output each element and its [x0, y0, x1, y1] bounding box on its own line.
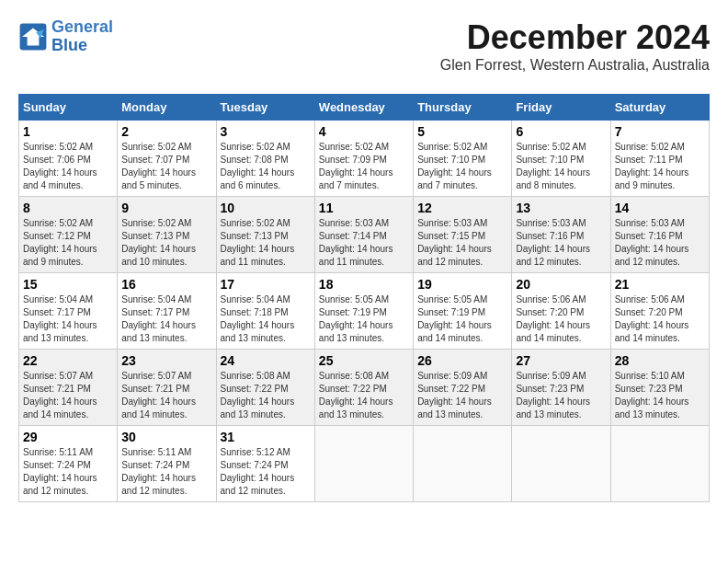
- location-title: Glen Forrest, Western Australia, Austral…: [440, 57, 710, 74]
- day-info: Sunrise: 5:02 AM Sunset: 7:08 PM Dayligh…: [221, 141, 311, 192]
- day-number: 19: [417, 277, 507, 292]
- day-info: Sunrise: 5:11 AM Sunset: 7:24 PM Dayligh…: [23, 446, 113, 498]
- day-info: Sunrise: 5:05 AM Sunset: 7:19 PM Dayligh…: [319, 293, 409, 345]
- day-info: Sunrise: 5:12 AM Sunset: 7:24 PM Dayligh…: [221, 446, 311, 498]
- day-number: 23: [121, 353, 211, 368]
- calendar-cell: 21 Sunrise: 5:06 AM Sunset: 7:20 PM Dayl…: [610, 273, 709, 350]
- calendar-cell: 5 Sunrise: 5:02 AM Sunset: 7:10 PM Dayli…: [414, 121, 512, 197]
- calendar-cell: 26 Sunrise: 5:09 AM Sunset: 7:22 PM Dayl…: [414, 350, 512, 426]
- day-number: 26: [417, 353, 507, 368]
- day-info: Sunrise: 5:07 AM Sunset: 7:21 PM Dayligh…: [121, 370, 211, 421]
- day-number: 7: [615, 124, 705, 139]
- weekday-header-sunday: Sunday: [19, 95, 118, 121]
- weekday-header-tuesday: Tuesday: [216, 95, 314, 121]
- day-number: 31: [221, 430, 311, 444]
- day-info: Sunrise: 5:04 AM Sunset: 7:18 PM Dayligh…: [221, 293, 311, 345]
- title-section: December 2024 Glen Forrest, Western Aust…: [440, 18, 710, 83]
- day-info: Sunrise: 5:04 AM Sunset: 7:17 PM Dayligh…: [121, 293, 211, 345]
- logo-icon: [18, 22, 48, 52]
- calendar-cell: 4 Sunrise: 5:02 AM Sunset: 7:09 PM Dayli…: [314, 121, 413, 197]
- day-number: 11: [319, 201, 409, 215]
- calendar-cell: 19 Sunrise: 5:05 AM Sunset: 7:19 PM Dayl…: [414, 273, 512, 350]
- day-info: Sunrise: 5:09 AM Sunset: 7:22 PM Dayligh…: [417, 370, 507, 421]
- calendar-cell: 9 Sunrise: 5:02 AM Sunset: 7:13 PM Dayli…: [118, 197, 216, 273]
- calendar-cell: 11 Sunrise: 5:03 AM Sunset: 7:14 PM Dayl…: [314, 197, 413, 273]
- day-info: Sunrise: 5:05 AM Sunset: 7:19 PM Dayligh…: [417, 293, 507, 345]
- calendar-cell: 31 Sunrise: 5:12 AM Sunset: 7:24 PM Dayl…: [216, 426, 314, 502]
- calendar-cell: 20 Sunrise: 5:06 AM Sunset: 7:20 PM Dayl…: [512, 273, 610, 350]
- calendar-cell: 24 Sunrise: 5:08 AM Sunset: 7:22 PM Dayl…: [216, 350, 314, 426]
- logo-general: General: [51, 17, 113, 36]
- day-info: Sunrise: 5:02 AM Sunset: 7:06 PM Dayligh…: [23, 141, 113, 192]
- calendar-cell: 3 Sunrise: 5:02 AM Sunset: 7:08 PM Dayli…: [216, 121, 314, 197]
- day-number: 2: [121, 124, 211, 139]
- day-info: Sunrise: 5:06 AM Sunset: 7:20 PM Dayligh…: [615, 293, 705, 345]
- day-number: 18: [319, 277, 409, 292]
- day-number: 12: [417, 201, 507, 215]
- day-number: 24: [221, 353, 311, 368]
- weekday-header-friday: Friday: [512, 95, 610, 121]
- day-info: Sunrise: 5:02 AM Sunset: 7:13 PM Dayligh…: [221, 217, 311, 269]
- weekday-header-row: SundayMondayTuesdayWednesdayThursdayFrid…: [19, 95, 710, 121]
- day-info: Sunrise: 5:03 AM Sunset: 7:14 PM Dayligh…: [319, 217, 409, 269]
- calendar-cell: 16 Sunrise: 5:04 AM Sunset: 7:17 PM Dayl…: [118, 273, 216, 350]
- day-number: 17: [221, 277, 311, 292]
- day-info: Sunrise: 5:02 AM Sunset: 7:07 PM Dayligh…: [121, 141, 211, 192]
- calendar-cell: 27 Sunrise: 5:09 AM Sunset: 7:23 PM Dayl…: [512, 350, 610, 426]
- day-number: 1: [23, 124, 113, 139]
- weekday-header-wednesday: Wednesday: [314, 95, 413, 121]
- calendar-cell: 25 Sunrise: 5:08 AM Sunset: 7:22 PM Dayl…: [314, 350, 413, 426]
- calendar-cell: 28 Sunrise: 5:10 AM Sunset: 7:23 PM Dayl…: [610, 350, 709, 426]
- logo: General Blue: [18, 18, 113, 55]
- calendar-week-5: 29 Sunrise: 5:11 AM Sunset: 7:24 PM Dayl…: [19, 426, 710, 502]
- day-info: Sunrise: 5:09 AM Sunset: 7:23 PM Dayligh…: [516, 370, 606, 421]
- day-info: Sunrise: 5:06 AM Sunset: 7:20 PM Dayligh…: [516, 293, 606, 345]
- day-number: 22: [23, 353, 113, 368]
- month-title: December 2024: [440, 18, 710, 57]
- day-number: 10: [221, 201, 311, 215]
- day-info: Sunrise: 5:02 AM Sunset: 7:11 PM Dayligh…: [615, 141, 705, 192]
- calendar-week-2: 8 Sunrise: 5:02 AM Sunset: 7:12 PM Dayli…: [19, 197, 710, 273]
- day-info: Sunrise: 5:03 AM Sunset: 7:15 PM Dayligh…: [417, 217, 507, 269]
- weekday-header-saturday: Saturday: [610, 95, 709, 121]
- calendar-cell: 12 Sunrise: 5:03 AM Sunset: 7:15 PM Dayl…: [414, 197, 512, 273]
- day-number: 6: [516, 124, 606, 139]
- day-number: 30: [121, 430, 211, 444]
- calendar-cell: 30 Sunrise: 5:11 AM Sunset: 7:24 PM Dayl…: [118, 426, 216, 502]
- calendar-cell: 10 Sunrise: 5:02 AM Sunset: 7:13 PM Dayl…: [216, 197, 314, 273]
- day-info: Sunrise: 5:02 AM Sunset: 7:10 PM Dayligh…: [417, 141, 507, 192]
- calendar-cell: 13 Sunrise: 5:03 AM Sunset: 7:16 PM Dayl…: [512, 197, 610, 273]
- calendar-cell: [512, 426, 610, 502]
- day-number: 13: [516, 201, 606, 215]
- day-info: Sunrise: 5:02 AM Sunset: 7:10 PM Dayligh…: [516, 141, 606, 192]
- day-number: 27: [516, 353, 606, 368]
- day-number: 14: [615, 201, 705, 215]
- calendar-cell: 15 Sunrise: 5:04 AM Sunset: 7:17 PM Dayl…: [19, 273, 118, 350]
- calendar-cell: [610, 426, 709, 502]
- day-info: Sunrise: 5:02 AM Sunset: 7:13 PM Dayligh…: [121, 217, 211, 269]
- day-info: Sunrise: 5:11 AM Sunset: 7:24 PM Dayligh…: [121, 446, 211, 498]
- day-info: Sunrise: 5:08 AM Sunset: 7:22 PM Dayligh…: [319, 370, 409, 421]
- day-number: 21: [615, 277, 705, 292]
- day-number: 16: [121, 277, 211, 292]
- day-number: 9: [121, 201, 211, 215]
- day-info: Sunrise: 5:08 AM Sunset: 7:22 PM Dayligh…: [221, 370, 311, 421]
- calendar-cell: 29 Sunrise: 5:11 AM Sunset: 7:24 PM Dayl…: [19, 426, 118, 502]
- calendar-cell: 6 Sunrise: 5:02 AM Sunset: 7:10 PM Dayli…: [512, 121, 610, 197]
- day-info: Sunrise: 5:03 AM Sunset: 7:16 PM Dayligh…: [516, 217, 606, 269]
- calendar-table: SundayMondayTuesdayWednesdayThursdayFrid…: [18, 94, 710, 502]
- calendar-cell: 7 Sunrise: 5:02 AM Sunset: 7:11 PM Dayli…: [610, 121, 709, 197]
- calendar-cell: 2 Sunrise: 5:02 AM Sunset: 7:07 PM Dayli…: [118, 121, 216, 197]
- day-info: Sunrise: 5:02 AM Sunset: 7:09 PM Dayligh…: [319, 141, 409, 192]
- day-number: 8: [23, 201, 113, 215]
- day-number: 28: [615, 353, 705, 368]
- calendar-cell: 8 Sunrise: 5:02 AM Sunset: 7:12 PM Dayli…: [19, 197, 118, 273]
- logo-blue: Blue: [51, 37, 113, 55]
- day-number: 4: [319, 124, 409, 139]
- calendar-week-1: 1 Sunrise: 5:02 AM Sunset: 7:06 PM Dayli…: [19, 121, 710, 197]
- calendar-cell: 22 Sunrise: 5:07 AM Sunset: 7:21 PM Dayl…: [19, 350, 118, 426]
- weekday-header-thursday: Thursday: [414, 95, 512, 121]
- day-info: Sunrise: 5:04 AM Sunset: 7:17 PM Dayligh…: [23, 293, 113, 345]
- calendar-week-3: 15 Sunrise: 5:04 AM Sunset: 7:17 PM Dayl…: [19, 273, 710, 350]
- day-number: 3: [221, 124, 311, 139]
